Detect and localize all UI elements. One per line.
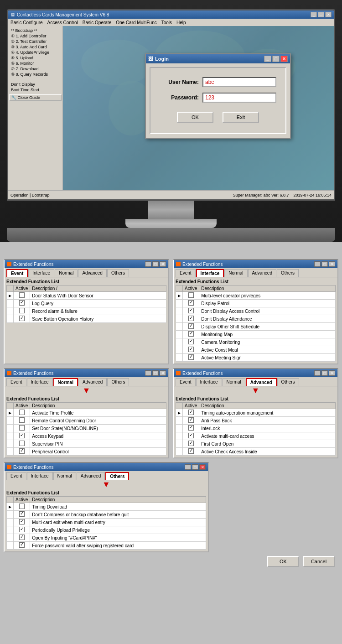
tab-others-3[interactable]: Others (107, 378, 129, 386)
cb-4-5[interactable] (183, 448, 199, 456)
sidebar-download[interactable]: ⑦ 7. Download (9, 66, 62, 72)
menu-tools[interactable]: Tools (161, 20, 172, 25)
table-row[interactable]: Set Door State(NO/NC/ONLINE) (7, 425, 166, 432)
tab-advanced-5[interactable]: Advanced (77, 472, 105, 480)
table-row[interactable]: Active Meeting Sign (176, 354, 336, 362)
table-row[interactable]: Anti Pass Back (176, 417, 336, 425)
sidebar-boot-time-start[interactable]: Boot Time Start (9, 87, 62, 93)
cancel-button[interactable]: Cancel (303, 556, 335, 567)
sidebar-add-controller[interactable]: ① 1. Add Controller (9, 33, 62, 39)
checkbox-1-0[interactable] (14, 292, 30, 300)
ext-max-1[interactable]: □ (152, 261, 159, 267)
table-row[interactable]: Peripheral Control (7, 448, 166, 456)
tab-normal-2[interactable]: Normal (224, 269, 247, 277)
table-row[interactable]: Log Query (7, 300, 166, 307)
tab-advanced-1[interactable]: Advanced (78, 269, 106, 277)
sidebar-test-controller[interactable]: ② 2. Test Controller (9, 39, 62, 44)
table-row[interactable]: Display Patrol (176, 300, 336, 307)
username-input[interactable] (202, 77, 276, 87)
menu-one-card[interactable]: One Card MultiFunc (116, 20, 156, 25)
ext-close-2[interactable]: ✕ (329, 261, 335, 267)
tab-normal-5[interactable]: Normal (53, 472, 76, 480)
ext-min-1[interactable]: _ (145, 261, 151, 267)
cb-3-2[interactable] (14, 425, 30, 432)
table-row[interactable]: InterLock (176, 425, 336, 432)
tab-interface-5[interactable]: Interface (27, 472, 53, 480)
table-row[interactable]: Display Other Shift Schedule (176, 323, 336, 331)
ext-max-2[interactable]: □ (321, 261, 328, 267)
tab-advanced-3[interactable]: Advanced (78, 378, 107, 386)
cb-5-2[interactable] (14, 519, 30, 526)
table-row[interactable]: Save Button Operation History (7, 315, 166, 323)
ext-close-1[interactable]: ✕ (160, 261, 166, 267)
password-input[interactable] (202, 93, 276, 103)
table-row[interactable]: ▶ Multi-level operator privileges (176, 292, 336, 300)
ext-min-4[interactable]: _ (314, 370, 321, 376)
table-row[interactable]: Camera Monitoring (176, 338, 336, 346)
table-row[interactable]: Don't Display Attendance (176, 315, 336, 323)
cb-2-1[interactable] (183, 300, 199, 307)
sidebar-bootstrap[interactable]: ** Bootstrap ** (9, 28, 62, 33)
table-row[interactable]: Don't Compress or backup database before… (7, 511, 206, 519)
sidebar-query-records[interactable]: ⑧ 8. Query Records (9, 72, 62, 77)
table-row[interactable]: ▶ Activate Time Profile (7, 409, 166, 417)
menu-help[interactable]: Help (176, 20, 186, 25)
tab-normal-3[interactable]: Normal (53, 378, 78, 386)
sidebar-upload[interactable]: ⑤ 5. Upload (9, 55, 62, 61)
tab-event-1[interactable]: Event (6, 269, 28, 277)
cb-4-3[interactable] (183, 432, 199, 440)
ext-max-3[interactable]: □ (152, 370, 159, 376)
tab-interface-3[interactable]: Interface (27, 378, 53, 386)
table-row[interactable]: ▶ Door Status With Door Sensor (7, 292, 166, 300)
cb-5-5[interactable] (14, 542, 30, 550)
cb-2-5[interactable] (183, 331, 199, 338)
tab-advanced-4[interactable]: Advanced (246, 378, 277, 386)
tab-event-2[interactable]: Event (176, 269, 196, 277)
sidebar-dont-display[interactable]: Don't Display (9, 82, 62, 87)
cb-5-0[interactable] (14, 503, 30, 511)
table-row[interactable]: ▶ Timing Download (7, 503, 206, 511)
ext-min-5[interactable]: _ (185, 464, 191, 470)
cb-5-1[interactable] (14, 511, 30, 519)
table-row[interactable]: Supervisor PIN (7, 440, 166, 448)
table-row[interactable]: First Card Open (176, 440, 336, 448)
ext-close-4[interactable]: ✕ (329, 370, 335, 376)
minimize-btn[interactable]: _ (311, 12, 317, 17)
sidebar-auto-add-card[interactable]: ③ 3. Auto Add Card (9, 44, 62, 50)
ext-close-3[interactable]: ✕ (160, 370, 166, 376)
cb-2-7[interactable] (183, 346, 199, 354)
close-btn[interactable]: ✕ (325, 12, 332, 17)
cb-4-0[interactable] (183, 409, 199, 417)
tab-others-4[interactable]: Others (277, 378, 299, 386)
cb-2-0[interactable] (183, 292, 199, 300)
table-row[interactable]: Record alarm & failure (7, 307, 166, 315)
ok-button[interactable]: OK (267, 556, 299, 567)
ext-min-2[interactable]: _ (314, 261, 321, 267)
tab-interface-2[interactable]: Interface (196, 269, 224, 277)
cb-4-2[interactable] (183, 425, 199, 432)
checkbox-1-1[interactable] (14, 300, 30, 307)
tab-others-1[interactable]: Others (107, 269, 129, 277)
table-row[interactable]: Don't Display Access Control (176, 307, 336, 315)
tab-others-5[interactable]: Others (105, 472, 129, 480)
cb-3-4[interactable] (14, 440, 30, 448)
table-row[interactable]: Open By Inputing "#Card#PIN#" (7, 534, 206, 542)
tab-normal-4[interactable]: Normal (223, 378, 245, 386)
login-minimize-btn[interactable]: _ (264, 56, 271, 62)
cb-2-2[interactable] (183, 307, 199, 315)
cb-4-1[interactable] (183, 417, 199, 425)
cb-5-4[interactable] (14, 534, 30, 542)
login-close-btn[interactable]: ✕ (280, 56, 288, 62)
tab-normal-1[interactable]: Normal (55, 269, 78, 277)
cb-2-6[interactable] (183, 338, 199, 346)
checkbox-1-3[interactable] (14, 315, 30, 323)
table-row[interactable]: Multi-card exit when multi-card entry (7, 519, 206, 526)
sidebar-update-privilege[interactable]: ④ 4. UpdatePrivilege (9, 50, 62, 55)
tab-event-4[interactable]: Event (176, 378, 196, 386)
cb-3-5[interactable] (14, 448, 30, 456)
table-row[interactable]: Force password valid after swiping regis… (7, 542, 206, 550)
cb-2-4[interactable] (183, 323, 199, 331)
login-maximize-btn[interactable]: □ (272, 56, 280, 62)
ext-min-3[interactable]: _ (145, 370, 151, 376)
table-row[interactable]: Remote Control Openning Door (7, 417, 166, 425)
